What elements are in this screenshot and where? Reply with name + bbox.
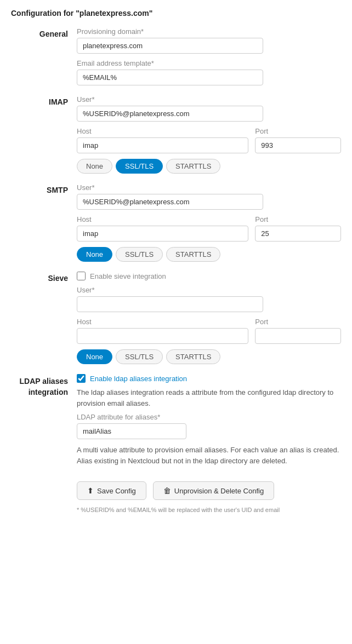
general-label: General xyxy=(11,27,77,85)
sieve-ssltls-button[interactable]: SSL/TLS xyxy=(116,349,163,364)
smtp-host-label: Host xyxy=(77,215,248,223)
sieve-user-input[interactable] xyxy=(77,296,263,312)
imap-section: IMAP User* Host Port None SSL/TLS STARTT… xyxy=(11,95,341,174)
imap-user-input[interactable] xyxy=(77,106,263,122)
save-icon: ⬆ xyxy=(87,486,94,495)
provisioning-domain-label: Provisioning domain* xyxy=(77,27,341,36)
sieve-port-label: Port xyxy=(255,318,341,326)
imap-starttls-button[interactable]: STARTTLS xyxy=(166,159,220,174)
smtp-tls-group: None SSL/TLS STARTTLS xyxy=(77,247,341,262)
ldap-attr-label: LDAP attribute for aliases* xyxy=(77,413,341,421)
imap-ssltls-button[interactable]: SSL/TLS xyxy=(116,159,163,174)
sieve-port-input[interactable] xyxy=(255,328,341,344)
imap-host-input[interactable] xyxy=(77,137,248,153)
unprovision-button[interactable]: 🗑 Unprovision & Delete Config xyxy=(153,481,274,500)
sieve-content: Enable sieve integration User* Host Port… xyxy=(77,272,341,364)
smtp-ssltls-button[interactable]: SSL/TLS xyxy=(116,247,163,262)
ldap-section: LDAP aliases integration Enable ldap ali… xyxy=(11,374,341,470)
smtp-none-button[interactable]: None xyxy=(77,247,112,262)
ldap-enable-row: Enable ldap aliases integration xyxy=(77,374,341,383)
email-template-input[interactable] xyxy=(77,70,263,85)
sieve-tls-group: None SSL/TLS STARTTLS xyxy=(77,349,341,364)
ldap-label: LDAP aliases integration xyxy=(11,374,77,470)
save-config-button[interactable]: ⬆ Save Config xyxy=(77,481,146,500)
sieve-enable-row: Enable sieve integration xyxy=(77,272,341,280)
ldap-content: Enable ldap aliases integration The ldap… xyxy=(77,374,341,470)
sieve-section: Sieve Enable sieve integration User* Hos… xyxy=(11,272,341,364)
sieve-none-button[interactable]: None xyxy=(77,349,112,364)
delete-icon: 🗑 xyxy=(163,486,171,495)
ldap-attr-input[interactable] xyxy=(77,423,186,439)
ldap-info-text: The ldap aliases integration reads a att… xyxy=(77,387,341,409)
general-section: General Provisioning domain* Email addre… xyxy=(11,27,341,85)
imap-tls-group: None SSL/TLS STARTTLS xyxy=(77,159,341,174)
email-template-label: Email address template* xyxy=(77,59,341,67)
provisioning-domain-input[interactable] xyxy=(77,38,263,54)
imap-port-label: Port xyxy=(255,127,341,135)
imap-user-label: User* xyxy=(77,95,341,104)
ldap-enable-checkbox[interactable] xyxy=(77,374,86,383)
sieve-enable-checkbox[interactable] xyxy=(77,272,86,280)
smtp-port-label: Port xyxy=(255,215,341,223)
sieve-host-input[interactable] xyxy=(77,328,248,344)
footer-note: * %USERID% and %EMAIL% will be replaced … xyxy=(11,507,341,513)
sieve-label: Sieve xyxy=(11,272,77,364)
smtp-host-input[interactable] xyxy=(77,226,248,242)
sieve-starttls-button[interactable]: STARTTLS xyxy=(166,349,220,364)
smtp-port-input[interactable] xyxy=(255,226,341,242)
smtp-user-input[interactable] xyxy=(77,194,263,210)
unprovision-label: Unprovision & Delete Config xyxy=(174,487,264,495)
ldap-enable-label: Enable ldap aliases integration xyxy=(90,375,187,383)
smtp-section: SMTP User* Host Port None SSL/TLS STARTT… xyxy=(11,183,341,262)
sieve-enable-label: Enable sieve integration xyxy=(90,272,166,280)
save-config-label: Save Config xyxy=(97,487,136,495)
imap-content: User* Host Port None SSL/TLS STARTTLS xyxy=(77,95,341,174)
action-buttons: ⬆ Save Config 🗑 Unprovision & Delete Con… xyxy=(11,481,341,500)
smtp-starttls-button[interactable]: STARTTLS xyxy=(166,247,220,262)
general-content: Provisioning domain* Email address templ… xyxy=(77,27,341,85)
smtp-label: SMTP xyxy=(11,183,77,262)
imap-label: IMAP xyxy=(11,95,77,174)
smtp-content: User* Host Port None SSL/TLS STARTTLS xyxy=(77,183,341,262)
imap-none-button[interactable]: None xyxy=(77,159,112,174)
page-title: Configuration for "planetexpress.com" xyxy=(11,9,341,18)
imap-port-input[interactable] xyxy=(255,137,341,153)
imap-host-label: Host xyxy=(77,127,248,135)
sieve-host-label: Host xyxy=(77,318,248,326)
ldap-multi-value-text: A multi value attribute to provision ema… xyxy=(77,445,341,466)
smtp-user-label: User* xyxy=(77,183,341,192)
sieve-user-label: User* xyxy=(77,286,341,294)
